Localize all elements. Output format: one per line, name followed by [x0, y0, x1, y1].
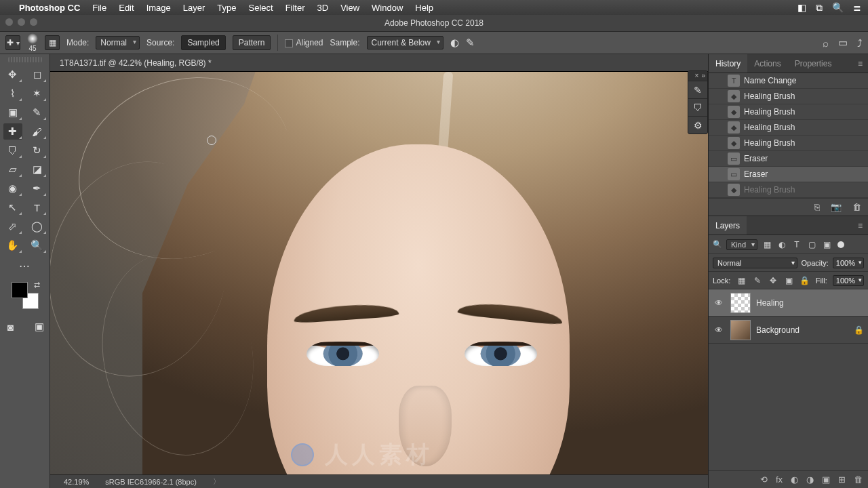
- marquee-tool-icon[interactable]: ◻: [28, 66, 47, 83]
- lasso-tool-icon[interactable]: ⌇: [3, 85, 22, 102]
- current-tool-healing-icon[interactable]: ✚: [5, 35, 20, 50]
- menu-3d[interactable]: 3D: [317, 3, 329, 13]
- tab-history[interactable]: History: [709, 54, 747, 73]
- delete-layer-icon[interactable]: 🗑: [854, 474, 863, 485]
- pressure-size-icon[interactable]: ✎: [466, 37, 475, 49]
- create-document-icon[interactable]: ⎘: [814, 202, 820, 212]
- blend-mode-select[interactable]: Normal: [713, 258, 797, 268]
- floating-panel-strip[interactable]: ×» ✎ ⛉ ⚙: [688, 70, 708, 134]
- gradient-tool-icon[interactable]: ◪: [28, 161, 47, 178]
- quick-mask-icon[interactable]: ◙: [1, 319, 20, 335]
- panel-expand-icon[interactable]: »: [701, 72, 705, 80]
- filter-smart-icon[interactable]: ▣: [821, 239, 832, 250]
- move-tool-icon[interactable]: ✥: [3, 66, 22, 83]
- lock-position-icon[interactable]: ✥: [768, 275, 778, 286]
- tab-actions[interactable]: Actions: [747, 54, 787, 73]
- screen-mode-tool-icon[interactable]: ▣: [30, 319, 49, 335]
- filter-adjust-icon[interactable]: ◐: [776, 239, 787, 250]
- traffic-lights[interactable]: [5, 18, 37, 26]
- hand-tool-icon[interactable]: ✋: [3, 237, 22, 253]
- lock-artboard-icon[interactable]: ▣: [784, 275, 794, 286]
- menu-view[interactable]: View: [340, 3, 359, 13]
- tab-properties[interactable]: Properties: [788, 54, 839, 73]
- app-name[interactable]: Photoshop CC: [19, 3, 80, 13]
- ignore-adjustment-icon[interactable]: ◐: [450, 37, 459, 49]
- canvas[interactable]: 人人素材: [50, 72, 708, 474]
- new-layer-icon[interactable]: ⊞: [838, 474, 846, 485]
- layer-thumbnail[interactable]: [730, 293, 751, 313]
- share-icon[interactable]: ⤴: [857, 37, 863, 49]
- eraser-tool-icon[interactable]: ▱: [3, 161, 22, 178]
- edit-toolbar-button[interactable]: ⋯: [16, 258, 35, 274]
- layer-name[interactable]: Healing: [756, 298, 784, 308]
- menu-layer[interactable]: Layer: [183, 3, 205, 13]
- menu-edit[interactable]: Edit: [119, 3, 134, 13]
- history-item[interactable]: ◆Healing Brush: [709, 104, 868, 120]
- history-item[interactable]: ▭Eraser: [709, 167, 868, 182]
- history-item[interactable]: ▭Eraser: [709, 151, 868, 167]
- shape-tool-icon[interactable]: ◯: [28, 218, 47, 235]
- layers-panel-menu-icon[interactable]: ≡: [852, 221, 868, 230]
- pen-tool-icon[interactable]: ✒: [28, 180, 47, 197]
- dodge-tool-icon[interactable]: ◉: [3, 180, 22, 197]
- mini-panel-clone-icon[interactable]: ⛉: [688, 98, 707, 116]
- delete-state-icon[interactable]: 🗑: [852, 202, 861, 212]
- history-item[interactable]: TName Change: [709, 73, 868, 89]
- crop-tool-icon[interactable]: ▣: [3, 104, 22, 121]
- history-item[interactable]: ◆Healing Brush: [709, 136, 868, 151]
- history-brush-tool-icon[interactable]: ↻: [28, 142, 47, 159]
- layer-item-background[interactable]: 👁 Background 🔒: [709, 317, 868, 344]
- layer-name[interactable]: Background: [756, 325, 800, 335]
- screen-mode-icon[interactable]: ⧉: [816, 2, 823, 14]
- opacity-value[interactable]: 100%: [833, 258, 864, 268]
- frame-layout-icon[interactable]: ▭: [838, 37, 848, 49]
- lock-all-icon[interactable]: 🔒: [800, 275, 810, 286]
- history-panel-menu-icon[interactable]: ≡: [852, 59, 868, 68]
- link-layers-icon[interactable]: ⟲: [760, 474, 768, 485]
- search-icon[interactable]: 🔍: [832, 2, 844, 13]
- adjustment-layer-icon[interactable]: ◑: [806, 474, 814, 485]
- menu-filter[interactable]: Filter: [285, 3, 305, 13]
- path-select-tool-icon[interactable]: ↖: [3, 199, 22, 216]
- direct-select-tool-icon[interactable]: ⬀: [3, 218, 22, 235]
- group-layers-icon[interactable]: ▣: [822, 474, 830, 485]
- aligned-checkbox[interactable]: Aligned: [285, 38, 323, 47]
- filter-toggle-icon[interactable]: [837, 241, 844, 248]
- menu-window[interactable]: Window: [372, 3, 403, 13]
- menu-help[interactable]: Help: [415, 3, 433, 13]
- search-tool-icon[interactable]: ⌕: [823, 37, 829, 49]
- foreground-color-swatch[interactable]: [12, 282, 28, 298]
- toolbox-grip[interactable]: [8, 57, 42, 62]
- status-more-icon[interactable]: 〉: [213, 476, 220, 487]
- color-swatches[interactable]: ⇄: [12, 282, 39, 309]
- layer-thumbnail[interactable]: [730, 320, 751, 340]
- zoom-tool-icon[interactable]: 🔍: [28, 237, 47, 253]
- toggle-brush-panel-icon[interactable]: ▦: [45, 35, 60, 50]
- mini-panel-brush-icon[interactable]: ✎: [688, 81, 707, 98]
- filter-type-icon[interactable]: T: [791, 239, 802, 250]
- fill-value[interactable]: 100%: [833, 275, 864, 286]
- document-tab[interactable]: 1T8A1371.tif @ 42.2% (Healing, RGB/8) *: [50, 54, 708, 72]
- history-item[interactable]: ◆Healing Brush: [709, 89, 868, 104]
- filter-kind-select[interactable]: Kind: [726, 239, 757, 250]
- history-item[interactable]: ◆Healing Brush: [709, 182, 868, 198]
- brush-tool-icon[interactable]: 🖌: [28, 123, 47, 140]
- source-sampled-button[interactable]: Sampled: [181, 35, 225, 50]
- menu-select[interactable]: Select: [248, 3, 273, 13]
- brush-preset-picker[interactable]: 45: [27, 33, 38, 52]
- tab-layers[interactable]: Layers: [709, 216, 747, 235]
- filter-search-icon[interactable]: 🔍: [713, 240, 722, 249]
- clone-stamp-tool-icon[interactable]: ⛉: [3, 142, 22, 159]
- quick-select-tool-icon[interactable]: ✶: [28, 85, 47, 102]
- visibility-toggle-icon[interactable]: 👁: [713, 325, 725, 335]
- color-profile[interactable]: sRGB IEC61966-2.1 (8bpc): [105, 478, 197, 486]
- mini-panel-settings-icon[interactable]: ⚙: [688, 116, 707, 134]
- lock-transparent-icon[interactable]: ▦: [736, 275, 746, 286]
- layer-style-icon[interactable]: fx: [776, 474, 783, 485]
- sample-select[interactable]: Current & Below: [367, 36, 443, 49]
- menu-type[interactable]: Type: [217, 3, 236, 13]
- history-item[interactable]: ◆Healing Brush: [709, 120, 868, 136]
- layer-mask-icon[interactable]: ◐: [791, 474, 798, 485]
- filter-shape-icon[interactable]: ▢: [806, 239, 817, 250]
- workspace-icon[interactable]: ◧: [797, 2, 806, 13]
